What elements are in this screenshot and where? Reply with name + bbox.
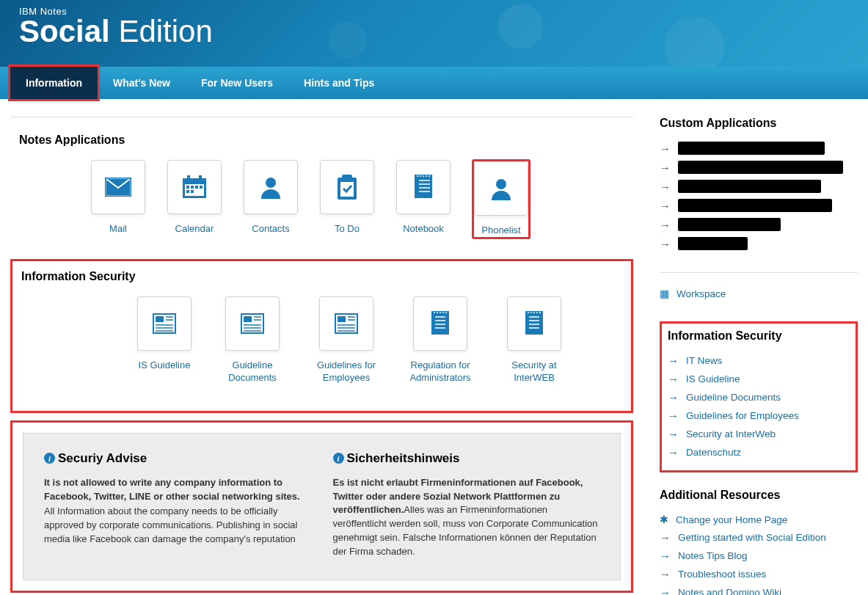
notes-apps-row: Mail Calendar Contacts To Do Notebook Ph…: [91, 160, 633, 238]
tab-information[interactable]: Information: [8, 65, 100, 101]
arrow-icon: →: [660, 200, 671, 212]
arrow-icon: →: [660, 219, 671, 231]
book-icon: [430, 311, 451, 336]
arrow-icon: →: [668, 428, 679, 440]
arrow-icon: →: [660, 531, 671, 544]
sidebar-item-guideline-docs[interactable]: →Guideline Documents: [668, 388, 850, 406]
doc-icon: [241, 313, 264, 334]
arrow-icon: →: [660, 238, 671, 250]
svg-point-22: [420, 175, 421, 177]
app-guideline-documents[interactable]: Guideline Documents: [219, 296, 285, 384]
svg-point-68: [536, 312, 538, 313]
app-mail[interactable]: Mail: [91, 160, 145, 238]
info-icon: i: [333, 453, 344, 464]
svg-rect-12: [342, 175, 352, 180]
sidebar-infosec-highlight: Information Security →IT News →IS Guidel…: [660, 321, 858, 472]
svg-rect-4: [195, 186, 198, 189]
divider: [660, 272, 858, 273]
tab-hints-and-tips[interactable]: Hints and Tips: [288, 67, 390, 99]
infosec-title: Information Security: [21, 270, 631, 283]
notebook-icon: [413, 175, 434, 200]
brand-large: Social Edition: [19, 14, 849, 49]
app-calendar[interactable]: Calendar: [167, 160, 222, 238]
sidebar-item-troubleshoot[interactable]: →Troubleshoot issues: [660, 565, 858, 583]
doc-icon: [335, 313, 358, 334]
calendar-icon: [182, 175, 207, 199]
app-phonelist[interactable]: Phonelist: [473, 160, 530, 238]
todo-icon: [336, 175, 358, 200]
sidebar-item-getting-started[interactable]: →Getting started with Social Edition: [660, 528, 858, 547]
custom-apps-title: Custom Applications: [660, 117, 858, 130]
notes-apps-title: Notes Applications: [19, 134, 633, 147]
contact-icon: [260, 175, 282, 199]
svg-point-55: [437, 312, 438, 313]
tab-for-new-users[interactable]: For New Users: [186, 67, 288, 99]
svg-rect-2: [186, 186, 189, 189]
app-notebook[interactable]: Notebook: [396, 160, 451, 238]
svg-rect-59: [525, 313, 543, 335]
sidebar-item-is-guideline[interactable]: →IS Guideline: [668, 370, 850, 388]
infosec-row: IS Guideline Guideline Documents Guideli…: [137, 296, 631, 384]
svg-point-54: [434, 312, 435, 313]
sidebar-item-change-homepage[interactable]: ✱Change your Home Page: [660, 511, 858, 528]
custom-app-item[interactable]: →: [660, 215, 858, 234]
arrow-icon: →: [660, 568, 671, 580]
svg-rect-6: [186, 190, 189, 193]
svg-rect-5: [200, 186, 203, 189]
custom-app-item[interactable]: →: [660, 196, 858, 215]
app-regulation-admins[interactable]: Regulation for Administrators: [407, 296, 473, 384]
app-guidelines-employees[interactable]: Guidelines for Employees: [313, 296, 379, 384]
sidebar-infosec-title: Information Security: [668, 329, 850, 343]
svg-point-67: [533, 312, 535, 313]
workspace-list: ▦Workspace: [660, 285, 858, 302]
svg-point-25: [428, 175, 430, 177]
svg-point-21: [417, 175, 418, 177]
app-todo[interactable]: To Do: [320, 160, 374, 238]
svg-point-69: [539, 312, 541, 313]
app-is-guideline[interactable]: IS Guideline: [137, 296, 192, 384]
custom-app-item[interactable]: →: [660, 158, 858, 177]
main-nav: Information What's New For New Users Hin…: [0, 67, 868, 99]
svg-point-10: [266, 178, 276, 188]
svg-point-57: [442, 312, 444, 313]
grid-icon: ▦: [660, 288, 669, 299]
sidebar-item-notes-tips-blog[interactable]: →Notes Tips Blog: [660, 547, 858, 565]
sidebar-item-it-news[interactable]: →IT News: [668, 351, 850, 370]
arrow-icon: →: [660, 586, 671, 595]
svg-rect-9: [199, 175, 202, 180]
info-icon: i: [44, 453, 55, 464]
sidebar-item-notes-domino-wiki[interactable]: →Notes and Domino Wiki: [660, 583, 858, 595]
infosec-highlight-box: Information Security IS Guideline Guidel…: [10, 259, 633, 413]
arrow-icon: →: [660, 180, 671, 193]
svg-rect-3: [191, 186, 194, 189]
app-security-interweb[interactable]: Security at InterWEB: [501, 296, 567, 384]
advisory-en: iSecuriy Advise It is not allowed to wri…: [44, 451, 311, 559]
arrow-icon: →: [668, 391, 679, 404]
svg-point-56: [440, 312, 441, 313]
svg-rect-28: [156, 316, 164, 322]
svg-rect-42: [338, 316, 346, 322]
custom-app-item[interactable]: →: [660, 139, 858, 158]
book-icon: [524, 311, 544, 336]
additional-resources-list: ✱Change your Home Page →Getting started …: [660, 511, 858, 595]
workspace-link[interactable]: ▦Workspace: [660, 285, 858, 302]
svg-point-58: [445, 312, 447, 313]
custom-app-item[interactable]: →: [660, 177, 858, 196]
mail-icon: [105, 178, 131, 197]
tab-whats-new[interactable]: What's New: [98, 67, 186, 99]
header-banner: IBM Notes Social Edition: [0, 0, 868, 67]
arrow-icon: →: [668, 409, 679, 422]
svg-rect-15: [417, 176, 432, 198]
advisory-de: iSicherheitshinweis Es ist nicht erlaubt…: [333, 451, 600, 559]
sidebar-item-datenschutz[interactable]: →Datenschutz: [668, 443, 850, 461]
svg-point-24: [426, 175, 427, 177]
gear-icon: ✱: [660, 514, 668, 525]
arrow-icon: →: [668, 373, 679, 385]
svg-point-26: [496, 179, 506, 189]
custom-app-item[interactable]: →: [660, 234, 858, 253]
sidebar-item-security-interweb[interactable]: →Security at InterWeb: [668, 425, 850, 443]
divider: [10, 117, 633, 117]
sidebar-item-guidelines-employees[interactable]: →Guidelines for Employees: [668, 406, 850, 425]
security-advisory: iSecuriy Advise It is not allowed to wri…: [23, 433, 621, 580]
app-contacts[interactable]: Contacts: [244, 160, 298, 238]
